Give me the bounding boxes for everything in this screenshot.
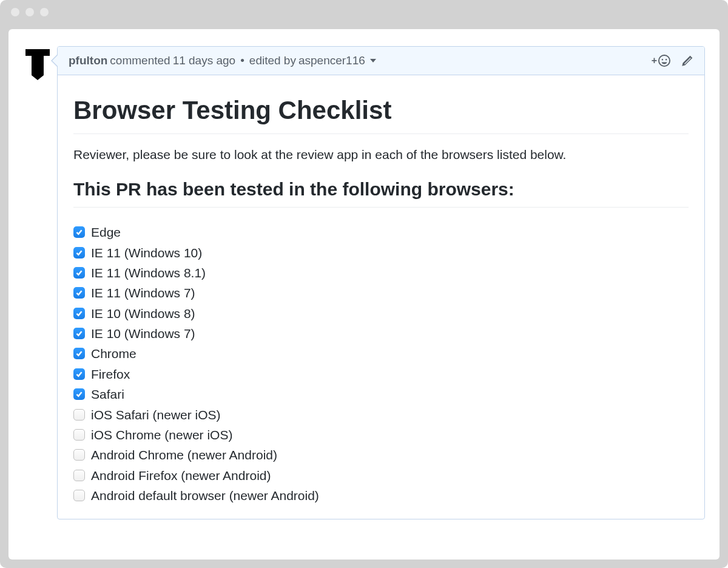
edited-prefix: edited by xyxy=(249,54,296,67)
checklist-item-label: Firefox xyxy=(91,368,130,380)
checklist-item-label: IE 10 (Windows 7) xyxy=(91,327,195,340)
svg-marker-4 xyxy=(25,49,50,56)
plus-icon: + xyxy=(652,56,657,66)
edit-button[interactable] xyxy=(681,55,693,67)
checklist-item-label: Edge xyxy=(91,226,121,238)
page-title: Browser Testing Checklist xyxy=(73,96,689,134)
checkbox-unchecked-icon[interactable] xyxy=(73,490,85,501)
checklist-item-label: iOS Chrome (newer iOS) xyxy=(91,428,232,441)
checklist-item: IE 10 (Windows 8) xyxy=(73,303,689,323)
checklist-item-label: Android Firefox (newer Android) xyxy=(91,469,271,482)
checkbox-checked-icon[interactable] xyxy=(73,226,85,238)
checklist-item-label: IE 11 (Windows 8.1) xyxy=(91,266,206,279)
speech-bubble-arrow xyxy=(51,55,57,67)
browser-checklist: EdgeIE 11 (Windows 10)IE 11 (Windows 8.1… xyxy=(73,222,689,505)
checklist-item-label: Chrome xyxy=(91,347,136,360)
checklist-item: iOS Safari (newer iOS) xyxy=(73,404,689,424)
checkbox-checked-icon[interactable] xyxy=(73,267,85,279)
add-reaction-button[interactable]: + xyxy=(652,55,670,67)
comment-author[interactable]: pfulton xyxy=(69,54,107,67)
checkbox-checked-icon[interactable] xyxy=(73,247,85,259)
checkbox-checked-icon[interactable] xyxy=(73,287,85,299)
comment-header: pfulton commented 11 days ago • edited b… xyxy=(58,47,704,75)
comment-verb: commented xyxy=(110,54,170,67)
checkbox-checked-icon[interactable] xyxy=(73,388,85,400)
checklist-item: Safari xyxy=(73,384,689,404)
checkbox-unchecked-icon[interactable] xyxy=(73,409,85,421)
checklist-item: IE 10 (Windows 7) xyxy=(73,323,689,343)
checklist-item-label: IE 11 (Windows 7) xyxy=(91,286,195,299)
smiley-icon xyxy=(658,55,670,67)
checklist-item: Chrome xyxy=(73,343,689,363)
checklist-item: Firefox xyxy=(73,364,689,384)
checklist-item: IE 11 (Windows 10) xyxy=(73,242,689,262)
meta-separator: • xyxy=(240,54,244,67)
checklist-item: IE 11 (Windows 7) xyxy=(73,283,689,303)
comment-timestamp[interactable]: 11 days ago xyxy=(173,54,236,67)
checklist-item: Android default browser (newer Android) xyxy=(73,485,689,505)
checkbox-unchecked-icon[interactable] xyxy=(73,429,85,441)
checklist-item: Android Firefox (newer Android) xyxy=(73,465,689,485)
checklist-item: Edge xyxy=(73,222,689,242)
window-control-dot[interactable] xyxy=(40,8,49,16)
chevron-down-icon[interactable] xyxy=(370,59,376,63)
page-viewport: pfulton commented 11 days ago • edited b… xyxy=(8,29,720,560)
checklist-item-label: IE 10 (Windows 8) xyxy=(91,307,195,320)
checkbox-checked-icon[interactable] xyxy=(73,348,85,359)
comment-box: pfulton commented 11 days ago • edited b… xyxy=(57,46,705,519)
checkbox-checked-icon[interactable] xyxy=(73,368,85,380)
comment-container: pfulton commented 11 days ago • edited b… xyxy=(57,46,705,519)
checkbox-checked-icon[interactable] xyxy=(73,328,85,339)
checkbox-unchecked-icon[interactable] xyxy=(73,449,85,461)
checklist-item-label: iOS Safari (newer iOS) xyxy=(91,408,221,421)
checklist-item-label: Safari xyxy=(91,388,124,401)
checklist-item: iOS Chrome (newer iOS) xyxy=(73,425,689,445)
comment-editor[interactable]: aspencer116 xyxy=(298,54,365,67)
comment-actions: + xyxy=(652,55,693,67)
comment-body: Browser Testing Checklist Reviewer, plea… xyxy=(58,75,704,519)
checkbox-unchecked-icon[interactable] xyxy=(73,470,85,481)
window-control-dot[interactable] xyxy=(25,8,34,16)
checkbox-checked-icon[interactable] xyxy=(73,308,85,319)
browser-window-frame: pfulton commented 11 days ago • edited b… xyxy=(0,0,728,568)
section-subtitle: This PR has been tested in the following… xyxy=(73,179,689,208)
checklist-item: Android Chrome (newer Android) xyxy=(73,445,689,465)
avatar[interactable] xyxy=(23,47,52,81)
checklist-item-label: Android Chrome (newer Android) xyxy=(91,448,277,461)
checklist-item-label: IE 11 (Windows 10) xyxy=(91,246,202,259)
checklist-item-label: Android default browser (newer Android) xyxy=(91,489,319,502)
comment-meta: pfulton commented 11 days ago • edited b… xyxy=(69,54,376,67)
window-control-dot[interactable] xyxy=(11,8,19,16)
comment-thread: pfulton commented 11 days ago • edited b… xyxy=(23,46,705,519)
description-text: Reviewer, please be sure to look at the … xyxy=(73,147,689,162)
checklist-item: IE 11 (Windows 8.1) xyxy=(73,263,689,283)
window-titlebar xyxy=(0,0,728,24)
